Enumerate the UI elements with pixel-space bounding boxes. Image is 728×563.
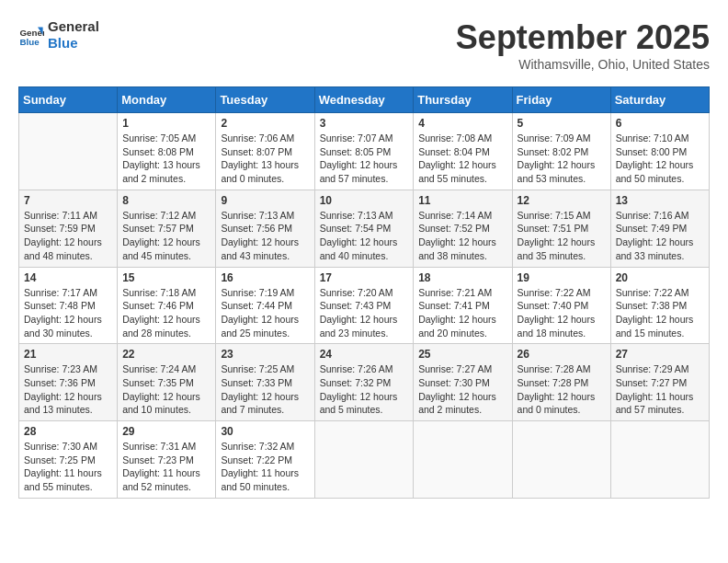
header-friday: Friday: [512, 87, 610, 113]
calendar-table: Sunday Monday Tuesday Wednesday Thursday…: [18, 86, 710, 499]
day-number: 15: [122, 271, 210, 284]
day-number: 21: [24, 348, 112, 361]
day-info: Sunrise: 7:16 AMSunset: 7:49 PMDaylight:…: [616, 209, 704, 263]
table-row: 20 Sunrise: 7:22 AMSunset: 7:38 PMDaylig…: [610, 267, 709, 344]
table-row: 29 Sunrise: 7:31 AMSunset: 7:23 PMDaylig…: [118, 421, 216, 499]
day-number: 25: [418, 348, 506, 361]
day-info: Sunrise: 7:31 AMSunset: 7:23 PMDaylight:…: [122, 440, 210, 494]
day-info: Sunrise: 7:24 AMSunset: 7:35 PMDaylight:…: [122, 362, 210, 417]
location: Withamsville, Ohio, United States: [456, 57, 710, 72]
table-row: 17 Sunrise: 7:20 AMSunset: 7:43 PMDaylig…: [314, 267, 414, 344]
table-row: 7 Sunrise: 7:11 AMSunset: 7:59 PMDayligh…: [19, 190, 118, 267]
calendar-row: 14 Sunrise: 7:17 AMSunset: 7:48 PMDaylig…: [19, 267, 710, 344]
table-row: 8 Sunrise: 7:12 AMSunset: 7:57 PMDayligh…: [118, 190, 216, 267]
day-info: Sunrise: 7:07 AMSunset: 8:05 PMDaylight:…: [320, 132, 409, 186]
table-row: 10 Sunrise: 7:13 AMSunset: 7:54 PMDaylig…: [314, 190, 414, 267]
day-number: 26: [518, 348, 606, 361]
day-number: 24: [320, 348, 409, 361]
table-row: 28 Sunrise: 7:30 AMSunset: 7:25 PMDaylig…: [19, 421, 118, 499]
day-info: Sunrise: 7:15 AMSunset: 7:51 PMDaylight:…: [518, 209, 606, 263]
day-number: 2: [221, 117, 309, 130]
table-row: 11 Sunrise: 7:14 AMSunset: 7:52 PMDaylig…: [414, 190, 512, 267]
table-row: 5 Sunrise: 7:09 AMSunset: 8:02 PMDayligh…: [512, 113, 610, 190]
table-row: [512, 421, 610, 499]
day-info: Sunrise: 7:25 AMSunset: 7:33 PMDaylight:…: [221, 362, 309, 417]
table-row: [19, 113, 118, 190]
day-number: 14: [24, 271, 112, 284]
table-row: 25 Sunrise: 7:27 AMSunset: 7:30 PMDaylig…: [414, 344, 512, 421]
table-row: 14 Sunrise: 7:17 AMSunset: 7:48 PMDaylig…: [19, 267, 118, 344]
day-number: 11: [418, 194, 506, 207]
table-row: 18 Sunrise: 7:21 AMSunset: 7:41 PMDaylig…: [414, 267, 512, 344]
day-number: 13: [616, 194, 704, 207]
table-row: 16 Sunrise: 7:19 AMSunset: 7:44 PMDaylig…: [216, 267, 314, 344]
table-row: 15 Sunrise: 7:18 AMSunset: 7:46 PMDaylig…: [118, 267, 216, 344]
day-info: Sunrise: 7:05 AMSunset: 8:08 PMDaylight:…: [122, 132, 210, 186]
table-row: 30 Sunrise: 7:32 AMSunset: 7:22 PMDaylig…: [216, 421, 314, 499]
day-info: Sunrise: 7:17 AMSunset: 7:48 PMDaylight:…: [24, 286, 112, 340]
day-number: 17: [320, 271, 409, 284]
day-info: Sunrise: 7:18 AMSunset: 7:46 PMDaylight:…: [122, 286, 210, 340]
svg-text:Blue: Blue: [19, 37, 40, 47]
day-info: Sunrise: 7:13 AMSunset: 7:54 PMDaylight:…: [320, 209, 409, 263]
table-row: 13 Sunrise: 7:16 AMSunset: 7:49 PMDaylig…: [610, 190, 709, 267]
day-info: Sunrise: 7:27 AMSunset: 7:30 PMDaylight:…: [418, 362, 506, 417]
table-row: 19 Sunrise: 7:22 AMSunset: 7:40 PMDaylig…: [512, 267, 610, 344]
day-info: Sunrise: 7:26 AMSunset: 7:32 PMDaylight:…: [320, 362, 409, 417]
header-monday: Monday: [118, 87, 216, 113]
day-info: Sunrise: 7:21 AMSunset: 7:41 PMDaylight:…: [418, 286, 506, 340]
day-info: Sunrise: 7:20 AMSunset: 7:43 PMDaylight:…: [320, 286, 409, 340]
day-info: Sunrise: 7:32 AMSunset: 7:22 PMDaylight:…: [221, 440, 309, 494]
day-number: 10: [320, 194, 409, 207]
day-number: 20: [616, 271, 704, 284]
month-title: September 2025: [456, 18, 710, 57]
day-info: Sunrise: 7:06 AMSunset: 8:07 PMDaylight:…: [221, 132, 309, 186]
day-number: 8: [122, 194, 210, 207]
day-info: Sunrise: 7:28 AMSunset: 7:28 PMDaylight:…: [518, 362, 606, 417]
calendar-row: 21 Sunrise: 7:23 AMSunset: 7:36 PMDaylig…: [19, 344, 710, 421]
table-row: 22 Sunrise: 7:24 AMSunset: 7:35 PMDaylig…: [118, 344, 216, 421]
day-number: 7: [24, 194, 112, 207]
logo-line1: General: [48, 18, 99, 35]
calendar-row: 28 Sunrise: 7:30 AMSunset: 7:25 PMDaylig…: [19, 421, 710, 499]
logo-icon: General Blue: [18, 22, 44, 48]
table-row: 27 Sunrise: 7:29 AMSunset: 7:27 PMDaylig…: [610, 344, 709, 421]
table-row: 24 Sunrise: 7:26 AMSunset: 7:32 PMDaylig…: [314, 344, 414, 421]
table-row: [610, 421, 709, 499]
table-row: [314, 421, 414, 499]
table-row: 9 Sunrise: 7:13 AMSunset: 7:56 PMDayligh…: [216, 190, 314, 267]
day-number: 27: [616, 348, 704, 361]
day-number: 19: [518, 271, 606, 284]
title-block: September 2025 Withamsville, Ohio, Unite…: [456, 18, 710, 72]
day-number: 5: [518, 117, 606, 130]
day-number: 23: [221, 348, 309, 361]
day-number: 16: [221, 271, 309, 284]
table-row: 3 Sunrise: 7:07 AMSunset: 8:05 PMDayligh…: [314, 113, 414, 190]
calendar-row: 7 Sunrise: 7:11 AMSunset: 7:59 PMDayligh…: [19, 190, 710, 267]
logo-line2: Blue: [48, 35, 99, 52]
day-info: Sunrise: 7:22 AMSunset: 7:38 PMDaylight:…: [616, 286, 704, 340]
table-row: 2 Sunrise: 7:06 AMSunset: 8:07 PMDayligh…: [216, 113, 314, 190]
calendar-header-row: Sunday Monday Tuesday Wednesday Thursday…: [19, 87, 710, 113]
day-number: 1: [122, 117, 210, 130]
day-info: Sunrise: 7:09 AMSunset: 8:02 PMDaylight:…: [518, 132, 606, 186]
day-number: 4: [418, 117, 506, 130]
day-info: Sunrise: 7:11 AMSunset: 7:59 PMDaylight:…: [24, 209, 112, 263]
header-tuesday: Tuesday: [216, 87, 314, 113]
table-row: 26 Sunrise: 7:28 AMSunset: 7:28 PMDaylig…: [512, 344, 610, 421]
day-number: 29: [122, 425, 210, 438]
calendar-row: 1 Sunrise: 7:05 AMSunset: 8:08 PMDayligh…: [19, 113, 710, 190]
day-info: Sunrise: 7:14 AMSunset: 7:52 PMDaylight:…: [418, 209, 506, 263]
day-number: 9: [221, 194, 309, 207]
header-sunday: Sunday: [19, 87, 118, 113]
header-wednesday: Wednesday: [314, 87, 414, 113]
day-info: Sunrise: 7:19 AMSunset: 7:44 PMDaylight:…: [221, 286, 309, 340]
table-row: 23 Sunrise: 7:25 AMSunset: 7:33 PMDaylig…: [216, 344, 314, 421]
day-info: Sunrise: 7:23 AMSunset: 7:36 PMDaylight:…: [24, 362, 112, 417]
day-info: Sunrise: 7:13 AMSunset: 7:56 PMDaylight:…: [221, 209, 309, 263]
day-number: 6: [616, 117, 704, 130]
day-number: 28: [24, 425, 112, 438]
table-row: [414, 421, 512, 499]
day-number: 3: [320, 117, 409, 130]
day-number: 12: [518, 194, 606, 207]
